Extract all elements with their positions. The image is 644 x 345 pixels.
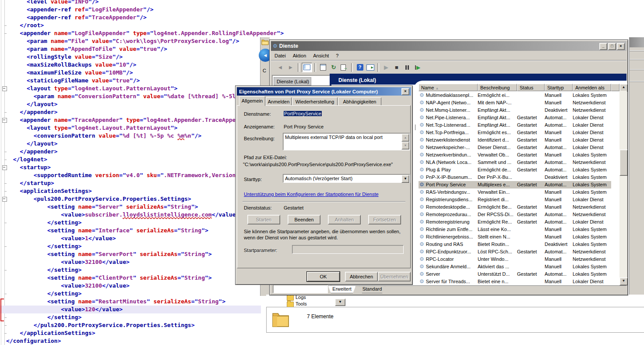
resume-button[interactable]: Fortsetzen [368,215,401,224]
table-row[interactable]: ⚙NetzwerklistendienstIdentifiziert d...G… [419,136,611,144]
ok-button[interactable]: OK [307,272,340,281]
table-row[interactable]: ⚙Remotedesktopdie...Ermöglicht Be...Gest… [419,203,611,211]
cell: Manuell [545,136,573,144]
table-row[interactable]: ⚙Server für Threads...Bietet eine n...Ma… [419,278,611,285]
table-row[interactable]: ⚙ServerUnterstützt D...GestartetAutomat.… [419,270,611,278]
column-header-starttyp[interactable]: Starttyp [545,84,573,91]
table-row[interactable]: ⚙RPC-Endpunktzuor...Löst RPC-Sch...Gesta… [419,248,611,256]
scroll-down-button[interactable]: ▼ [401,142,409,149]
maximize-button[interactable]: □ [608,43,616,50]
dialog-close-button[interactable]: × [401,88,409,95]
help-icon[interactable]: ? [355,63,365,72]
extended-view-icon[interactable]: ▶ [366,63,375,72]
menu-item-datei[interactable]: Datei [271,52,289,59]
table-row[interactable]: ⚙Sekundäre Anmeld...Aktiviert das ...Man… [419,263,611,270]
startup-type-combobox[interactable]: Automatisch (Verzögerter Start) ▼ [283,174,410,183]
list-item[interactable]: Logs [287,295,306,301]
scroll-down-button[interactable]: ▼ [619,277,628,285]
tab-wiederherstellung[interactable]: Wiederherstellung [292,97,338,106]
pause-button[interactable]: Anhalten [328,215,361,224]
scroll-up-button[interactable]: ▲ [401,134,409,142]
services-app-icon: ⚙ [273,43,278,49]
table-row[interactable]: ⚙Registrierungsdiens...Registriert di...… [419,196,611,203]
combo-dropdown-button[interactable]: ▼ [401,175,409,183]
pause-service-icon[interactable] [402,63,412,72]
table-row[interactable]: ⚙Port Proxy ServiceMultiplexes e...Gesta… [419,181,611,189]
table-row[interactable]: ⚙Remoteprozedurau...Der RPCSS-Di...Gesta… [419,211,611,218]
start-service-icon[interactable]: ▶ [381,63,391,72]
fold-collapse-icon[interactable] [2,165,7,170]
service-name-value[interactable]: PortProxyService [284,111,322,116]
table-row[interactable]: ⚙PnP-X-IP-Busenum...Der PnP-X-Bu...Deakt… [419,174,611,181]
cancel-button[interactable]: Abbrechen [345,272,378,281]
service-status-label: Dienststatus: [244,205,272,210]
tab-allgemein[interactable]: Allgemein [239,96,265,106]
service-name: RPC-Endpunktzuor... [426,248,471,256]
refresh-icon[interactable]: ↻ [329,63,338,72]
column-header-beschreibung[interactable]: Beschreibung [478,84,517,91]
fold-collapse-icon[interactable] [2,118,7,123]
list-item[interactable]: Tools [287,301,307,307]
cell: Gestartet [517,270,545,278]
apply-button[interactable]: Übernehmen [378,272,411,281]
table-row[interactable]: ⚙Netzwerkverbindun...Verwaltet Ob...Gest… [419,151,611,159]
restart-service-icon[interactable]: ▶ [413,63,422,72]
cell [517,233,545,241]
scrollbar-thumb[interactable] [619,149,628,176]
export-list-icon[interactable]: → [339,63,349,72]
menu-item-hilfe[interactable]: ? [332,52,342,59]
tab-anmelden[interactable]: Anmelden [266,97,292,106]
folder-icon [287,295,294,301]
table-row[interactable]: ⚙NLA (Network Loca...Sammelt und ...Gest… [419,159,611,166]
start-params-input[interactable] [292,245,404,254]
start-button[interactable]: Starten [247,215,280,224]
column-header-status[interactable]: Status [517,84,545,91]
service-gear-icon: ⚙ [419,181,424,189]
service-gear-icon: ⚙ [419,189,424,196]
minimize-button[interactable]: _ [599,43,607,50]
column-header-name[interactable]: Name ▲ [419,84,478,91]
table-row[interactable]: ⚙RAS-Verbindungsv...Verwaltet Ein...Manu… [419,189,611,196]
back-icon[interactable]: ◄ [275,63,285,72]
startup-options-help-link[interactable]: Unterstützung beim Konfigurieren der Sta… [244,192,379,197]
fold-collapse-icon[interactable] [2,86,7,91]
code-line: <value>120</value> [6,306,261,313]
dropdown-button[interactable]: ▼ [335,299,345,306]
table-row[interactable]: ⚙RemoteregistrierungErmöglicht Re...Gest… [419,218,611,226]
tab-abhaengigkeiten[interactable]: Abhängigkeiten [338,97,381,106]
stop-button[interactable]: Beenden [288,215,320,224]
service-gear-icon: ⚙ [419,159,424,166]
sidebar-item-dienste-lokal[interactable]: Dienste (Lokal) [274,77,311,85]
tab-erweitert[interactable]: Erweitert [328,285,356,293]
cell: Gestartet [517,136,545,144]
table-row[interactable]: ⚙Net.Pipe-Listenera...Empfängt Akt...Ges… [419,114,611,121]
column-header-anmelden-als[interactable]: Anmelden als [573,84,611,91]
stop-service-icon[interactable]: ■ [392,63,401,72]
table-row[interactable]: ⚙Multimediaklassenpl...Ermöglicht ei...M… [419,92,611,99]
description-field[interactable]: Multiplexes external TCP/IP data on loca… [283,133,410,150]
fold-collapse-icon[interactable] [2,197,7,202]
services-titlebar[interactable]: ⚙ Dienste _ □ × [271,41,626,51]
tab-standard[interactable]: Standard [359,285,385,293]
menu-item-ansicht[interactable]: Ansicht [310,52,332,59]
dialog-titlebar[interactable]: Eigenschaften von Port Proxy Service (Lo… [237,87,411,96]
forward-icon[interactable]: ► [286,63,296,72]
scrollbar-track[interactable] [619,91,627,277]
table-row[interactable]: ⚙Net.Tcp-Listenerad...Empfängt Akt...Ges… [419,121,611,129]
table-row[interactable]: ⚙Routing und RASBietet Routin...Deaktivi… [419,241,611,248]
scroll-down-icon: ▼ [404,144,407,147]
properties-icon[interactable] [318,63,328,72]
table-row[interactable]: ⚙Plug & PlayErmöglicht de...GestartetAut… [419,166,611,174]
cell: Netzwerkdienst [573,248,611,256]
table-row[interactable]: ⚙RPC-LocatorUnter Windo...ManuellNetzwer… [419,256,611,263]
table-row[interactable]: ⚙Richtlinie zum Entfe...Lässt eine Ko...… [419,226,611,233]
table-row[interactable]: ⚙Net.Tcp-Portfreiga...Ermöglicht es...Ge… [419,129,611,136]
table-row[interactable]: ⚙NAP-Agent (Netwo...Mit dem NAP-...Manue… [419,99,611,107]
close-button[interactable]: × [617,43,625,50]
table-row[interactable]: ⚙Netzwerkspeicher-...Dieser Dienst...Ges… [419,144,611,151]
cell: Lokales System [573,241,611,248]
table-row[interactable]: ⚙Richtlinienergebniss...Stellt einen N..… [419,233,611,241]
menu-item-aktion[interactable]: Aktion [289,52,310,59]
table-row[interactable]: ⚙Net.Msmq-Listener...Empfängt Akt...Deak… [419,107,611,114]
console-tree-icon[interactable] [302,63,312,72]
